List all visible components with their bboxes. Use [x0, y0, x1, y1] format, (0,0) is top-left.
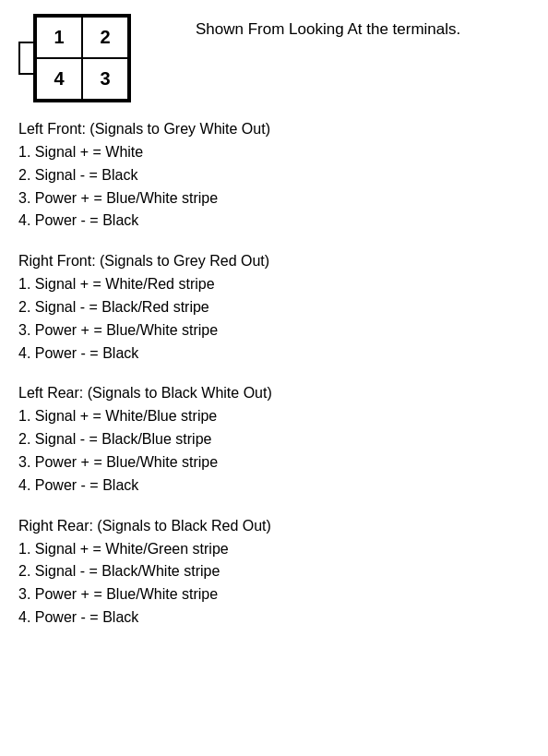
- cell-1: 1: [36, 17, 82, 58]
- section-items-0: 1. Signal + = White2. Signal - = Black3.…: [18, 141, 530, 233]
- section-title-0: Left Front: (Signals to Grey White Out): [18, 121, 530, 138]
- section-3-item-2: 3. Power + = Blue/White stripe: [18, 583, 530, 606]
- section-0-item-1: 2. Signal - = Black: [18, 164, 530, 187]
- cell-3: 3: [82, 58, 128, 100]
- section-2-item-2: 3. Power + = Blue/White stripe: [18, 451, 530, 474]
- section-0: Left Front: (Signals to Grey White Out)1…: [18, 121, 530, 233]
- section-1: Right Front: (Signals to Grey Red Out)1.…: [18, 253, 530, 365]
- section-1-item-0: 1. Signal + = White/Red stripe: [18, 273, 530, 296]
- section-title-2: Left Rear: (Signals to Black White Out): [18, 385, 530, 402]
- section-0-item-3: 4. Power - = Black: [18, 210, 530, 233]
- section-0-item-0: 1. Signal + = White: [18, 141, 530, 164]
- section-3-item-0: 1. Signal + = White/Green stripe: [18, 538, 530, 561]
- section-3: Right Rear: (Signals to Black Red Out)1.…: [18, 518, 530, 630]
- section-2-item-0: 1. Signal + = White/Blue stripe: [18, 405, 530, 428]
- cell-4: 4: [36, 58, 82, 100]
- header-section: 1 2 4 3 Shown From Looking At the termin…: [18, 14, 530, 102]
- section-items-3: 1. Signal + = White/Green stripe2. Signa…: [18, 538, 530, 630]
- header-description: Shown From Looking At the terminals.: [196, 14, 460, 41]
- section-2-item-3: 4. Power - = Black: [18, 474, 530, 498]
- section-1-item-3: 4. Power - = Black: [18, 342, 530, 366]
- cell-2: 2: [82, 17, 128, 58]
- section-3-item-1: 2. Signal - = Black/White stripe: [18, 560, 530, 583]
- section-title-1: Right Front: (Signals to Grey Red Out): [18, 253, 530, 270]
- section-items-2: 1. Signal + = White/Blue stripe2. Signal…: [18, 405, 530, 497]
- section-3-item-3: 4. Power - = Black: [18, 606, 530, 630]
- section-2: Left Rear: (Signals to Black White Out)1…: [18, 385, 530, 497]
- section-2-item-1: 2. Signal - = Black/Blue stripe: [18, 428, 530, 451]
- section-items-1: 1. Signal + = White/Red stripe2. Signal …: [18, 273, 530, 365]
- section-0-item-2: 3. Power + = Blue/White stripe: [18, 187, 530, 210]
- section-1-item-2: 3. Power + = Blue/White stripe: [18, 319, 530, 342]
- terminal-diagram: 1 2 4 3: [18, 14, 168, 102]
- terminal-grid: 1 2 4 3: [33, 14, 131, 102]
- sections-container: Left Front: (Signals to Grey White Out)1…: [18, 121, 530, 630]
- section-title-3: Right Rear: (Signals to Black Red Out): [18, 518, 530, 534]
- section-1-item-1: 2. Signal - = Black/Red stripe: [18, 296, 530, 319]
